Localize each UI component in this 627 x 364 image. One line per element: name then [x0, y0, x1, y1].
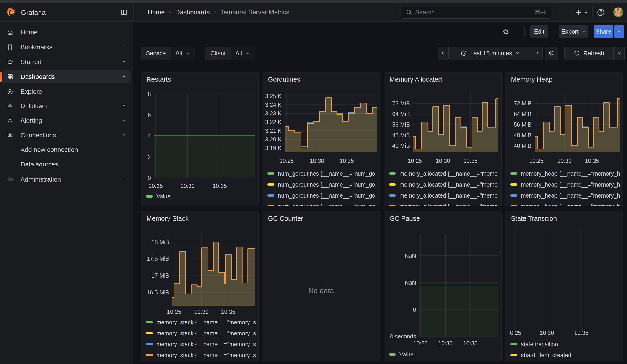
refresh-interval-dropdown[interactable] — [614, 47, 625, 60]
panel-state-transition: State Transition 0:2510:3010:35 state tr… — [505, 211, 623, 362]
chevron-down-icon — [584, 10, 588, 15]
legend-item[interactable]: num_goroutines {__name__="num_go — [267, 170, 378, 177]
help-button[interactable] — [597, 8, 605, 16]
sidebar-item-drilldown[interactable]: Drilldown — [3, 100, 131, 112]
restarts-chart[interactable]: 10:2510:3010:3502468 — [141, 72, 259, 206]
svg-text:72 MiB: 72 MiB — [392, 100, 410, 106]
legend-item[interactable]: Value — [389, 351, 500, 358]
sidebar-item-add-new-connection[interactable]: Add new connection — [3, 144, 131, 156]
sidebar-item-dashboards[interactable]: Dashboards — [3, 70, 131, 83]
app-title: Grafana — [21, 9, 46, 16]
sidebar-item-data-sources[interactable]: Data sources — [3, 158, 131, 171]
panel-title[interactable]: GC Counter — [268, 215, 303, 222]
legend-item[interactable]: shard_item_created — [511, 352, 621, 359]
favorite-star-icon[interactable] — [501, 27, 510, 36]
svg-text:10:30: 10:30 — [540, 330, 554, 336]
state-transition-chart[interactable]: 0:2510:3010:35 — [506, 211, 623, 362]
legend-label: num_goroutines {__name__="num_go — [278, 170, 375, 177]
legend-label: memory_heap {__name__="memory_h — [521, 192, 620, 199]
service-filter-value[interactable]: All — [171, 47, 195, 59]
legend-item[interactable]: memory_allocated {__name__="memo — [389, 181, 500, 188]
zoom-out-button[interactable] — [545, 47, 558, 60]
svg-text:72 MiB: 72 MiB — [514, 100, 531, 106]
search-box[interactable]: ⌘+k — [401, 6, 551, 19]
legend-item[interactable]: Value — [146, 193, 257, 200]
legend-item[interactable]: memory_allocated {__name__="memo — [389, 192, 500, 199]
time-back-button[interactable] — [438, 47, 448, 60]
refresh-button[interactable]: Refresh — [564, 47, 614, 60]
legend-item[interactable]: num_goroutines {__name__="num_go — [267, 192, 378, 199]
legend: Value — [389, 351, 500, 362]
legend-label: memory_stack {__name__="memory_s — [157, 341, 256, 348]
time-range-label: Last 15 minutes — [470, 50, 512, 57]
svg-text:18 MiB: 18 MiB — [151, 239, 169, 245]
chevron-down-icon — [121, 103, 127, 109]
svg-text:17.5 MiB: 17.5 MiB — [147, 256, 169, 262]
legend-swatch — [267, 183, 274, 186]
collapse-sidebar-icon[interactable] — [119, 8, 129, 17]
legend-item[interactable]: memory_allocated {__name__="memo — [389, 203, 500, 206]
edit-button[interactable]: Edit — [530, 25, 548, 38]
sidebar-item-label: Data sources — [20, 161, 58, 168]
legend-item[interactable]: memory_stack {__name__="memory_s — [146, 330, 257, 337]
export-button[interactable]: Export — [559, 25, 588, 38]
svg-text:10:35: 10:35 — [463, 157, 478, 164]
legend-swatch — [146, 332, 153, 334]
service-filter[interactable]: Service All — [141, 47, 195, 60]
svg-text:4: 4 — [148, 133, 151, 139]
add-new-button[interactable] — [575, 9, 588, 16]
legend-item[interactable]: num_goroutines {__name__="num_go — [267, 181, 378, 188]
legend-item[interactable]: memory_heap {__name__="memory_h — [511, 192, 621, 199]
sidebar-item-connections[interactable]: Connections — [3, 129, 131, 142]
panel-gc-pause: GC Pause 10:2510:3010:350 seconds0NaNNaN… — [384, 211, 502, 362]
legend-item[interactable]: memory_heap {__name__="memory_h — [511, 203, 621, 206]
search-input[interactable] — [415, 9, 531, 16]
legend: memory_stack {__name__="memory_smemory_s… — [146, 319, 257, 362]
breadcrumb-home[interactable]: Home — [148, 9, 165, 16]
svg-text:3.19 K: 3.19 K — [265, 145, 282, 151]
legend: memory_heap {__name__="memory_hmemory_he… — [511, 170, 621, 206]
sidebar-item-label: Dashboards — [20, 73, 55, 81]
legend-item[interactable]: state transition — [511, 341, 621, 348]
legend-item[interactable]: memory_stack {__name__="memory_s — [146, 352, 257, 359]
sidebar-item-administration[interactable]: Administration — [3, 173, 131, 186]
time-forward-button[interactable] — [532, 47, 543, 60]
time-range-picker[interactable]: Last 15 minutes — [448, 47, 532, 60]
header: Grafana Home › Dashboards › Temporal Ser… — [0, 3, 627, 22]
user-avatar[interactable] — [613, 7, 623, 17]
edit-button-label: Edit — [534, 28, 544, 35]
sidebar-item-starred[interactable]: Starred — [3, 56, 131, 68]
sidebar-item-explore[interactable]: Explore — [3, 85, 131, 98]
gc-pause-chart[interactable]: 10:2510:3010:350 seconds0NaNNaN — [384, 211, 502, 362]
legend-item[interactable]: memory_stack {__name__="memory_s — [146, 319, 257, 326]
svg-text:0: 0 — [148, 175, 151, 181]
svg-text:10:35: 10:35 — [212, 183, 227, 189]
chevron-down-icon — [246, 51, 250, 55]
legend: memory_allocated {__name__="memomemory_a… — [389, 170, 500, 206]
legend-item[interactable]: num_goroutines {__name__="num_go — [267, 203, 378, 206]
legend-swatch — [511, 194, 517, 197]
legend-label: memory_heap {__name__="memory_h — [521, 170, 620, 177]
bell-icon — [7, 117, 13, 124]
drilldown-icon — [7, 103, 13, 109]
help-icon — [597, 8, 605, 16]
legend-item[interactable]: memory_allocated {__name__="memo — [389, 170, 500, 177]
svg-text:NaN: NaN — [405, 279, 416, 286]
legend-item[interactable]: memory_heap {__name__="memory_h — [511, 170, 621, 177]
share-dropdown-button[interactable] — [614, 25, 624, 38]
legend-item[interactable]: memory_heap {__name__="memory_h — [511, 181, 621, 188]
client-filter[interactable]: Client All — [205, 47, 255, 60]
sidebar-item-home[interactable]: Home — [3, 26, 131, 39]
plus-icon — [575, 9, 582, 16]
svg-text:0 seconds: 0 seconds — [390, 333, 416, 340]
breadcrumb-dashboards[interactable]: Dashboards — [175, 9, 210, 16]
svg-text:3.22 K: 3.22 K — [265, 119, 282, 125]
share-button[interactable]: Share — [594, 25, 613, 38]
legend-label: num_goroutines {__name__="num_go — [278, 203, 375, 206]
sidebar-item-label: Drilldown — [20, 103, 47, 110]
legend-item[interactable]: memory_stack {__name__="memory_s — [146, 341, 257, 348]
sidebar-item-bookmarks[interactable]: Bookmarks — [3, 41, 131, 53]
svg-text:10:25: 10:25 — [529, 157, 544, 164]
sidebar-item-alerting[interactable]: Alerting — [3, 114, 131, 127]
client-filter-value[interactable]: All — [231, 47, 255, 59]
